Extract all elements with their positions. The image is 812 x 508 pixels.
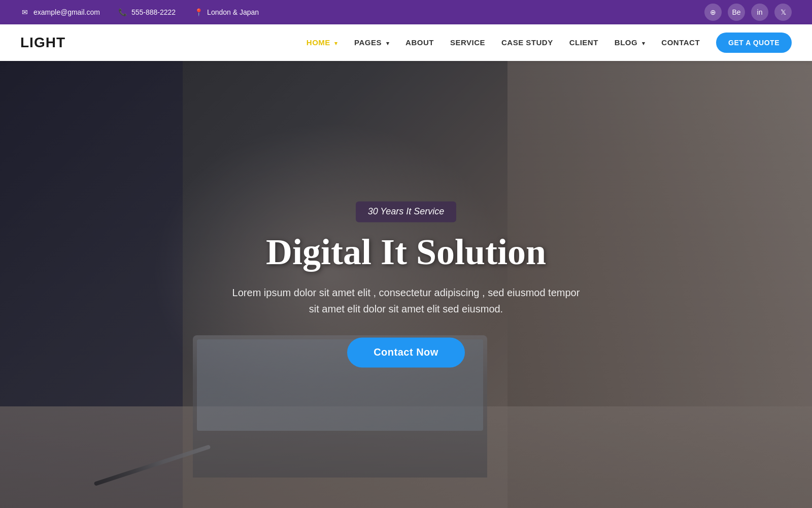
chevron-down-icon: ▾ (642, 40, 646, 46)
nav-label-client: CLIENT (569, 38, 598, 47)
hero-section: 30 Years It Service Digital It Solution … (0, 61, 812, 508)
nav-label-service: SERVICE (450, 38, 485, 47)
nav-label-pages: PAGES (354, 38, 382, 47)
twitter-icon[interactable]: 𝕏 (774, 4, 792, 21)
chevron-down-icon: ▾ (386, 40, 390, 46)
phone-icon: 📞 (118, 8, 127, 17)
nav-item-blog[interactable]: BLOG ▾ (615, 38, 646, 47)
hero-badge: 30 Years It Service (356, 201, 457, 222)
get-quote-button[interactable]: GET A QUOTE (716, 33, 792, 53)
globe-icon[interactable]: ⊕ (704, 4, 722, 21)
hero-subtitle: Lorem ipsum dolor sit amet elit , consec… (213, 285, 599, 318)
nav-item-service[interactable]: SERVICE (450, 38, 485, 47)
nav-item-client[interactable]: CLIENT (569, 38, 598, 47)
nav-label-contact: CONTACT (661, 38, 700, 47)
email-text: example@gmail.com (33, 8, 100, 16)
phone-text: 555-888-2222 (131, 8, 176, 16)
contact-now-button[interactable]: Contact Now (347, 338, 465, 368)
email-icon: ✉ (20, 8, 29, 17)
nav-item-home[interactable]: HOME ▾ (307, 38, 338, 47)
hero-content: 30 Years It Service Digital It Solution … (213, 201, 599, 367)
site-logo[interactable]: LIGHT (20, 35, 65, 51)
hero-title: Digital It Solution (213, 232, 599, 272)
phone-item: 📞 555-888-2222 (118, 8, 176, 17)
nav-item-contact[interactable]: CONTACT (661, 38, 700, 47)
behance-icon[interactable]: Be (728, 4, 745, 21)
nav-item-pages[interactable]: PAGES ▾ (354, 38, 389, 47)
nav-label-about: ABOUT (405, 38, 434, 47)
nav-label-case-study: CASE STUDY (501, 38, 553, 47)
nav-links: HOME ▾ PAGES ▾ ABOUT SERVICE CASE STUDY (307, 38, 700, 47)
linkedin-icon[interactable]: in (751, 4, 768, 21)
navbar: LIGHT HOME ▾ PAGES ▾ ABOUT SERVICE (0, 24, 812, 61)
top-bar-left: ✉ example@gmail.com 📞 555-888-2222 📍 Lon… (20, 8, 259, 17)
location-text: London & Japan (207, 8, 259, 16)
chevron-down-icon: ▾ (334, 40, 338, 46)
nav-label-blog: BLOG (615, 38, 637, 47)
email-item: ✉ example@gmail.com (20, 8, 100, 17)
nav-label-home: HOME (307, 38, 330, 47)
nav-item-about[interactable]: ABOUT (405, 38, 434, 47)
location-item: 📍 London & Japan (194, 8, 259, 17)
location-icon: 📍 (194, 8, 203, 17)
nav-item-case-study[interactable]: CASE STUDY (501, 38, 553, 47)
social-icons: ⊕ Be in 𝕏 (704, 4, 792, 21)
top-bar: ✉ example@gmail.com 📞 555-888-2222 📍 Lon… (0, 0, 812, 24)
